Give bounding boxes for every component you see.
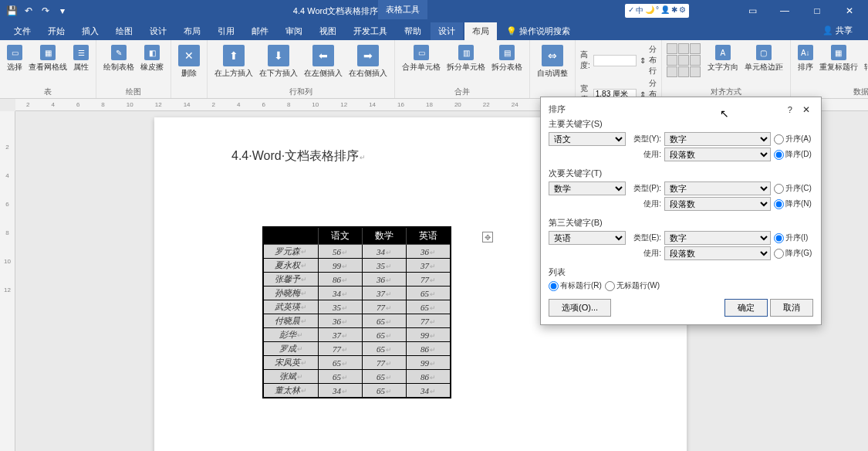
primary-key-select[interactable]: 语文 — [549, 132, 626, 146]
align-tr-icon[interactable] — [690, 43, 701, 54]
eraser-button[interactable]: ◧橡皮擦 — [138, 43, 166, 74]
save-icon[interactable]: 💾 — [5, 4, 19, 18]
table-row[interactable]: 董太林↵34↵65↵34↵ — [263, 384, 451, 398]
secondary-use-select[interactable]: 段落数 — [664, 197, 771, 211]
tab-design[interactable]: 设计 — [142, 22, 174, 40]
view-gridlines-button[interactable]: ▦查看网格线 — [26, 43, 69, 74]
tertiary-asc-radio[interactable]: 升序(I) — [774, 232, 808, 243]
table-row[interactable]: 彭华↵37↵65↵99↵ — [263, 328, 451, 342]
ribbon-tabs: 文件 开始 插入 绘图 设计 布局 引用 邮件 审阅 视图 开发工具 帮助 设计… — [0, 22, 868, 40]
tab-help[interactable]: 帮助 — [397, 22, 429, 40]
repeat-header-button[interactable]: ▦重复标题行 — [817, 43, 860, 74]
align-tl-icon[interactable] — [667, 43, 677, 54]
tab-home[interactable]: 开始 — [40, 22, 73, 40]
maximize-icon[interactable]: □ — [802, 0, 833, 22]
tab-insert[interactable]: 插入 — [74, 22, 106, 40]
draw-table-button[interactable]: ✎绘制表格 — [101, 43, 137, 74]
cell-margins-button[interactable]: ▢单元格边距 — [742, 43, 785, 74]
table-move-handle[interactable]: ✥ — [482, 232, 493, 242]
select-button[interactable]: ▭选择 — [5, 43, 25, 74]
tertiary-desc-radio[interactable]: 降序(G) — [774, 248, 812, 259]
tab-file[interactable]: 文件 — [6, 22, 39, 40]
tab-mailings[interactable]: 邮件 — [244, 22, 276, 40]
options-button[interactable]: 选项(O)... — [549, 299, 611, 317]
delete-button[interactable]: ✕删除 — [176, 43, 202, 80]
tab-layout[interactable]: 布局 — [176, 22, 208, 40]
primary-desc-radio[interactable]: 降序(D) — [774, 149, 812, 160]
secondary-asc-radio[interactable]: 升序(C) — [774, 183, 812, 194]
tertiary-type-select[interactable]: 数字 — [664, 231, 771, 245]
tab-table-layout[interactable]: 布局 — [464, 22, 497, 40]
insert-left-button[interactable]: ⬅在左侧插入 — [302, 43, 345, 80]
contextual-tab-label: 表格工具 — [378, 0, 427, 19]
text-direction-button[interactable]: A文字方向 — [705, 43, 741, 74]
table-row[interactable]: 罗元森↵56↵34↵36↵ — [263, 245, 451, 259]
table-row[interactable]: 孙晓梅↵34↵37↵65↵ — [263, 287, 451, 300]
table-row[interactable]: 宋凤英↵65↵77↵99↵ — [263, 356, 451, 370]
dialog-close-icon[interactable]: ✕ — [799, 104, 813, 115]
header-row-radio[interactable]: 有标题行(R) — [549, 280, 602, 291]
align-bl-icon[interactable] — [667, 66, 677, 77]
merge-cells-button[interactable]: ▭合并单元格 — [400, 43, 443, 74]
table-row[interactable]: 武英瑛↵35↵77↵65↵ — [263, 300, 451, 314]
table-row[interactable]: 付晓晨↵36↵65↵77↵ — [263, 314, 451, 328]
tab-view[interactable]: 视图 — [312, 22, 344, 40]
primary-key-group: 主要关键字(S) 语文 类型(Y): 数字 升序(A) 使用: 段落数 降序(D… — [549, 118, 813, 163]
cancel-button[interactable]: 取消 — [770, 299, 813, 317]
secondary-desc-radio[interactable]: 降序(N) — [774, 198, 812, 209]
primary-use-select[interactable]: 段落数 — [664, 148, 771, 161]
sort-button[interactable]: A↓排序 — [795, 43, 816, 74]
align-mc-icon[interactable] — [678, 55, 689, 66]
vertical-ruler[interactable]: 24681012 — [0, 111, 15, 451]
tab-draw[interactable]: 绘图 — [108, 22, 140, 40]
align-bc-icon[interactable] — [678, 66, 689, 77]
distribute-rows-button[interactable]: 分布行 — [649, 44, 657, 76]
height-input[interactable] — [593, 55, 637, 66]
tertiary-key-group: 第三关键字(B) 英语 类型(E): 数字 升序(I) 使用: 段落数 降序(G… — [549, 217, 813, 262]
autofit-button[interactable]: ⇔自动调整 — [535, 43, 570, 80]
tell-me-search[interactable]: 💡 操作说明搜索 — [498, 22, 578, 40]
data-table[interactable]: 语文数学英语 罗元森↵56↵34↵36↵夏永权↵99↵35↵37↵张馨予↵86↵… — [262, 226, 451, 398]
insert-above-button[interactable]: ⬆在上方插入 — [212, 43, 255, 80]
tab-table-design[interactable]: 设计 — [431, 22, 463, 40]
table-row[interactable]: 张斌↵65↵65↵86↵ — [263, 370, 451, 384]
convert-text-button[interactable]: T转换为文本 — [862, 43, 868, 74]
insert-right-button[interactable]: ➡在右侧插入 — [346, 43, 390, 80]
undo-icon[interactable]: ↶ — [22, 4, 35, 18]
table-row[interactable]: 罗成↵77↵65↵86↵ — [263, 342, 451, 356]
ok-button[interactable]: 确定 — [724, 299, 768, 317]
ribbon: ▭选择 ▦查看网格线 ☰属性 表 ✎绘制表格 ◧橡皮擦 绘图 ✕删除 ⬆在上方插… — [0, 40, 868, 99]
close-icon[interactable]: ✕ — [834, 0, 865, 22]
table-row[interactable]: 张馨予↵86↵36↵77↵ — [263, 273, 451, 287]
minimize-icon[interactable]: — — [769, 0, 800, 22]
table-row[interactable]: 夏永权↵99↵35↵37↵ — [263, 259, 451, 273]
list-group: 列表 有标题行(R) 无标题行(W) — [549, 266, 813, 293]
tab-developer[interactable]: 开发工具 — [346, 22, 395, 40]
redo-icon[interactable]: ↷ — [39, 4, 52, 18]
dialog-help-icon[interactable]: ? — [788, 105, 792, 114]
tab-references[interactable]: 引用 — [210, 22, 242, 40]
insert-below-button[interactable]: ⬇在下方插入 — [257, 43, 300, 80]
secondary-key-select[interactable]: 数学 — [549, 181, 626, 195]
properties-button[interactable]: ☰属性 — [71, 43, 91, 74]
height-label: 高度: — [580, 49, 590, 71]
dialog-title: 排序 — [549, 103, 566, 115]
share-button[interactable]: 👤 共享 — [822, 25, 853, 36]
tab-review[interactable]: 审阅 — [278, 22, 310, 40]
align-tc-icon[interactable] — [678, 43, 689, 54]
secondary-key-group: 次要关键字(T) 数学 类型(P): 数字 升序(C) 使用: 段落数 降序(N… — [549, 168, 813, 212]
tertiary-use-select[interactable]: 段落数 — [664, 246, 771, 260]
align-mr-icon[interactable] — [690, 55, 701, 66]
align-br-icon[interactable] — [690, 66, 701, 77]
primary-type-select[interactable]: 数字 — [664, 132, 771, 146]
primary-asc-radio[interactable]: 升序(A) — [774, 134, 811, 144]
align-ml-icon[interactable] — [667, 55, 677, 66]
split-table-button[interactable]: ▤拆分表格 — [489, 43, 525, 74]
tertiary-key-select[interactable]: 英语 — [549, 231, 626, 245]
qat-more-icon[interactable]: ▾ — [56, 4, 69, 18]
ribbon-display-icon[interactable]: ▭ — [737, 0, 768, 22]
split-cells-button[interactable]: ▥拆分单元格 — [444, 43, 488, 74]
ime-indicators[interactable]: ✓中🌙°👤✱⚙ — [625, 4, 689, 18]
no-header-row-radio[interactable]: 无标题行(W) — [605, 280, 660, 291]
secondary-type-select[interactable]: 数字 — [664, 181, 771, 195]
